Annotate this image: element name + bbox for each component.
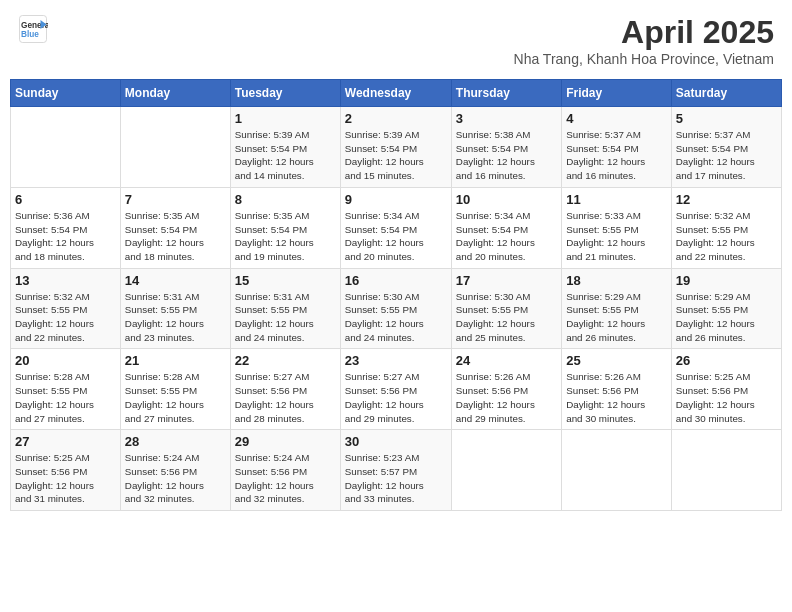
- day-number: 6: [15, 192, 116, 207]
- day-number: 4: [566, 111, 667, 126]
- day-info: Sunrise: 5:30 AM Sunset: 5:55 PM Dayligh…: [345, 290, 447, 345]
- day-info: Sunrise: 5:23 AM Sunset: 5:57 PM Dayligh…: [345, 451, 447, 506]
- calendar-cell: 3Sunrise: 5:38 AM Sunset: 5:54 PM Daylig…: [451, 107, 561, 188]
- day-number: 19: [676, 273, 777, 288]
- day-info: Sunrise: 5:39 AM Sunset: 5:54 PM Dayligh…: [235, 128, 336, 183]
- calendar-cell: 19Sunrise: 5:29 AM Sunset: 5:55 PM Dayli…: [671, 268, 781, 349]
- day-number: 7: [125, 192, 226, 207]
- day-number: 27: [15, 434, 116, 449]
- day-info: Sunrise: 5:34 AM Sunset: 5:54 PM Dayligh…: [456, 209, 557, 264]
- day-number: 30: [345, 434, 447, 449]
- day-info: Sunrise: 5:36 AM Sunset: 5:54 PM Dayligh…: [15, 209, 116, 264]
- calendar-cell: 9Sunrise: 5:34 AM Sunset: 5:54 PM Daylig…: [340, 187, 451, 268]
- day-info: Sunrise: 5:28 AM Sunset: 5:55 PM Dayligh…: [125, 370, 226, 425]
- day-number: 25: [566, 353, 667, 368]
- week-row-3: 13Sunrise: 5:32 AM Sunset: 5:55 PM Dayli…: [11, 268, 782, 349]
- day-number: 17: [456, 273, 557, 288]
- calendar-cell: 12Sunrise: 5:32 AM Sunset: 5:55 PM Dayli…: [671, 187, 781, 268]
- calendar-cell: [562, 430, 672, 511]
- day-info: Sunrise: 5:33 AM Sunset: 5:55 PM Dayligh…: [566, 209, 667, 264]
- weekday-saturday: Saturday: [671, 80, 781, 107]
- week-row-2: 6Sunrise: 5:36 AM Sunset: 5:54 PM Daylig…: [11, 187, 782, 268]
- day-info: Sunrise: 5:32 AM Sunset: 5:55 PM Dayligh…: [15, 290, 116, 345]
- day-info: Sunrise: 5:29 AM Sunset: 5:55 PM Dayligh…: [566, 290, 667, 345]
- calendar-cell: 2Sunrise: 5:39 AM Sunset: 5:54 PM Daylig…: [340, 107, 451, 188]
- calendar-cell: 18Sunrise: 5:29 AM Sunset: 5:55 PM Dayli…: [562, 268, 672, 349]
- calendar-cell: 7Sunrise: 5:35 AM Sunset: 5:54 PM Daylig…: [120, 187, 230, 268]
- day-info: Sunrise: 5:35 AM Sunset: 5:54 PM Dayligh…: [125, 209, 226, 264]
- weekday-thursday: Thursday: [451, 80, 561, 107]
- day-number: 11: [566, 192, 667, 207]
- logo-icon: General Blue: [18, 14, 48, 44]
- day-info: Sunrise: 5:32 AM Sunset: 5:55 PM Dayligh…: [676, 209, 777, 264]
- day-number: 18: [566, 273, 667, 288]
- day-info: Sunrise: 5:26 AM Sunset: 5:56 PM Dayligh…: [566, 370, 667, 425]
- calendar-cell: 10Sunrise: 5:34 AM Sunset: 5:54 PM Dayli…: [451, 187, 561, 268]
- day-info: Sunrise: 5:27 AM Sunset: 5:56 PM Dayligh…: [235, 370, 336, 425]
- day-info: Sunrise: 5:25 AM Sunset: 5:56 PM Dayligh…: [15, 451, 116, 506]
- calendar-cell: 13Sunrise: 5:32 AM Sunset: 5:55 PM Dayli…: [11, 268, 121, 349]
- day-number: 5: [676, 111, 777, 126]
- day-info: Sunrise: 5:31 AM Sunset: 5:55 PM Dayligh…: [125, 290, 226, 345]
- calendar-cell: 17Sunrise: 5:30 AM Sunset: 5:55 PM Dayli…: [451, 268, 561, 349]
- day-info: Sunrise: 5:30 AM Sunset: 5:55 PM Dayligh…: [456, 290, 557, 345]
- day-number: 24: [456, 353, 557, 368]
- calendar-cell: 1Sunrise: 5:39 AM Sunset: 5:54 PM Daylig…: [230, 107, 340, 188]
- day-number: 2: [345, 111, 447, 126]
- day-number: 12: [676, 192, 777, 207]
- calendar-cell: 23Sunrise: 5:27 AM Sunset: 5:56 PM Dayli…: [340, 349, 451, 430]
- day-info: Sunrise: 5:27 AM Sunset: 5:56 PM Dayligh…: [345, 370, 447, 425]
- month-year: April 2025: [514, 14, 774, 51]
- title-block: April 2025 Nha Trang, Khanh Hoa Province…: [514, 14, 774, 67]
- day-info: Sunrise: 5:28 AM Sunset: 5:55 PM Dayligh…: [15, 370, 116, 425]
- header: General Blue April 2025 Nha Trang, Khanh…: [10, 10, 782, 71]
- day-number: 28: [125, 434, 226, 449]
- calendar-cell: 24Sunrise: 5:26 AM Sunset: 5:56 PM Dayli…: [451, 349, 561, 430]
- day-info: Sunrise: 5:24 AM Sunset: 5:56 PM Dayligh…: [125, 451, 226, 506]
- calendar-cell: 28Sunrise: 5:24 AM Sunset: 5:56 PM Dayli…: [120, 430, 230, 511]
- calendar-cell: 22Sunrise: 5:27 AM Sunset: 5:56 PM Dayli…: [230, 349, 340, 430]
- day-info: Sunrise: 5:31 AM Sunset: 5:55 PM Dayligh…: [235, 290, 336, 345]
- day-number: 14: [125, 273, 226, 288]
- day-info: Sunrise: 5:29 AM Sunset: 5:55 PM Dayligh…: [676, 290, 777, 345]
- day-info: Sunrise: 5:39 AM Sunset: 5:54 PM Dayligh…: [345, 128, 447, 183]
- day-info: Sunrise: 5:35 AM Sunset: 5:54 PM Dayligh…: [235, 209, 336, 264]
- calendar-cell: 25Sunrise: 5:26 AM Sunset: 5:56 PM Dayli…: [562, 349, 672, 430]
- day-number: 26: [676, 353, 777, 368]
- day-number: 21: [125, 353, 226, 368]
- day-number: 1: [235, 111, 336, 126]
- weekday-monday: Monday: [120, 80, 230, 107]
- day-number: 3: [456, 111, 557, 126]
- day-number: 8: [235, 192, 336, 207]
- calendar-cell: 29Sunrise: 5:24 AM Sunset: 5:56 PM Dayli…: [230, 430, 340, 511]
- day-info: Sunrise: 5:26 AM Sunset: 5:56 PM Dayligh…: [456, 370, 557, 425]
- svg-text:Blue: Blue: [21, 30, 39, 39]
- day-number: 23: [345, 353, 447, 368]
- calendar-cell: [451, 430, 561, 511]
- weekday-tuesday: Tuesday: [230, 80, 340, 107]
- calendar: SundayMondayTuesdayWednesdayThursdayFrid…: [10, 79, 782, 511]
- day-info: Sunrise: 5:37 AM Sunset: 5:54 PM Dayligh…: [566, 128, 667, 183]
- calendar-cell: [120, 107, 230, 188]
- day-number: 20: [15, 353, 116, 368]
- calendar-cell: 14Sunrise: 5:31 AM Sunset: 5:55 PM Dayli…: [120, 268, 230, 349]
- calendar-cell: 15Sunrise: 5:31 AM Sunset: 5:55 PM Dayli…: [230, 268, 340, 349]
- calendar-cell: 6Sunrise: 5:36 AM Sunset: 5:54 PM Daylig…: [11, 187, 121, 268]
- calendar-cell: 20Sunrise: 5:28 AM Sunset: 5:55 PM Dayli…: [11, 349, 121, 430]
- logo: General Blue: [18, 14, 52, 44]
- weekday-friday: Friday: [562, 80, 672, 107]
- day-info: Sunrise: 5:37 AM Sunset: 5:54 PM Dayligh…: [676, 128, 777, 183]
- calendar-cell: 26Sunrise: 5:25 AM Sunset: 5:56 PM Dayli…: [671, 349, 781, 430]
- day-info: Sunrise: 5:24 AM Sunset: 5:56 PM Dayligh…: [235, 451, 336, 506]
- day-info: Sunrise: 5:38 AM Sunset: 5:54 PM Dayligh…: [456, 128, 557, 183]
- calendar-cell: [671, 430, 781, 511]
- calendar-cell: 30Sunrise: 5:23 AM Sunset: 5:57 PM Dayli…: [340, 430, 451, 511]
- day-info: Sunrise: 5:25 AM Sunset: 5:56 PM Dayligh…: [676, 370, 777, 425]
- calendar-cell: 4Sunrise: 5:37 AM Sunset: 5:54 PM Daylig…: [562, 107, 672, 188]
- location: Nha Trang, Khanh Hoa Province, Vietnam: [514, 51, 774, 67]
- calendar-cell: 11Sunrise: 5:33 AM Sunset: 5:55 PM Dayli…: [562, 187, 672, 268]
- weekday-header-row: SundayMondayTuesdayWednesdayThursdayFrid…: [11, 80, 782, 107]
- weekday-wednesday: Wednesday: [340, 80, 451, 107]
- calendar-cell: 21Sunrise: 5:28 AM Sunset: 5:55 PM Dayli…: [120, 349, 230, 430]
- weekday-sunday: Sunday: [11, 80, 121, 107]
